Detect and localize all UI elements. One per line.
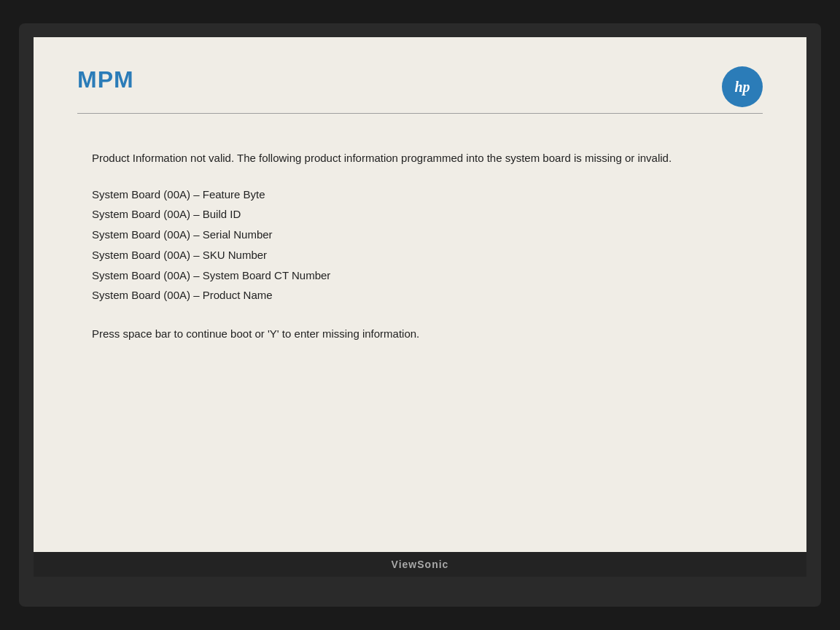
list-item: System Board (00A) – Product Name xyxy=(92,285,763,306)
press-message: Press space bar to continue boot or 'Y' … xyxy=(92,327,763,340)
list-item: System Board (00A) – Serial Number xyxy=(92,225,763,245)
error-message: Product Information not valid. The follo… xyxy=(92,150,763,167)
header: MPM hp xyxy=(77,66,763,107)
monitor-brand: ViewSonic xyxy=(392,559,449,570)
hp-logo-text: hp xyxy=(734,79,750,96)
monitor-bottom-bar: ViewSonic xyxy=(34,552,806,577)
hp-logo: hp xyxy=(722,66,763,107)
monitor-outer: MPM hp Product Information not valid. Th… xyxy=(19,23,821,607)
screen: MPM hp Product Information not valid. Th… xyxy=(34,37,806,577)
screen-content: MPM hp Product Information not valid. Th… xyxy=(34,37,806,552)
info-list: System Board (00A) – Feature ByteSystem … xyxy=(92,184,763,306)
list-item: System Board (00A) – System Board CT Num… xyxy=(92,265,763,286)
list-item: System Board (00A) – SKU Number xyxy=(92,245,763,265)
header-divider xyxy=(77,113,763,114)
app-title: MPM xyxy=(77,66,134,93)
monitor-stand xyxy=(362,577,478,593)
list-item: System Board (00A) – Build ID xyxy=(92,204,763,225)
main-content: Product Information not valid. The follo… xyxy=(77,150,763,340)
list-item: System Board (00A) – Feature Byte xyxy=(92,184,763,205)
